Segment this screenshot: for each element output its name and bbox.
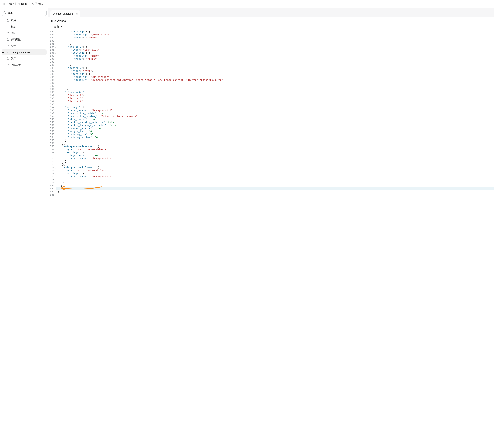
folder-icon xyxy=(6,25,10,28)
tab-bar: settings_data.json × xyxy=(48,10,494,17)
chevron-right-icon xyxy=(3,58,5,59)
code-line[interactable]: "settings": { xyxy=(56,51,494,54)
code-line[interactable]: "color_scheme": "background-1" xyxy=(56,175,494,178)
tree-label: 配置 xyxy=(11,44,45,48)
code-line[interactable]: "color_scheme": "background-1", xyxy=(56,109,494,112)
code-line[interactable]: }, xyxy=(56,87,494,91)
more-icon[interactable] xyxy=(46,2,49,6)
code-line[interactable]: "main-password-footer": { xyxy=(56,166,494,169)
code-line[interactable]: "footer-1": { xyxy=(56,45,494,48)
code-line[interactable]: "color_scheme": "background-1" xyxy=(56,157,494,160)
code-editor[interactable]: 329⌄330331332333334⌄335336⌄3373383393403… xyxy=(48,30,494,448)
code-line[interactable]: }, xyxy=(56,163,494,166)
code-line[interactable]: "block_order": [ xyxy=(56,91,494,94)
code-line[interactable]: "settings": { xyxy=(56,73,494,75)
folder-icon xyxy=(6,57,10,60)
code-line[interactable]: "footer-1", xyxy=(56,97,494,100)
recent-changes-label: 最近的更改 xyxy=(54,19,66,23)
code-line[interactable]: "payment_enable": true, xyxy=(56,127,494,130)
folder-icon xyxy=(6,63,10,66)
code-line[interactable]: } xyxy=(56,187,494,190)
search-input[interactable] xyxy=(1,10,47,16)
code-line[interactable]: "footer-2" xyxy=(56,100,494,103)
chevron-right-icon xyxy=(3,32,5,34)
code-line[interactable]: }, xyxy=(56,142,494,145)
tree-label: 资产 xyxy=(11,57,45,60)
code-line[interactable]: "heading": "Quick links", xyxy=(56,33,494,36)
code-line[interactable]: "settings": { xyxy=(56,172,494,175)
recent-changes-header[interactable]: 最近的更改 xyxy=(51,19,491,23)
code-line[interactable]: } xyxy=(56,60,494,63)
code-line[interactable]: "newsletter_heading": "Subscribe to our … xyxy=(56,115,494,118)
page-title: 编辑 挂机 Demo 主题 的代码 xyxy=(9,2,43,6)
folder-icon xyxy=(6,45,10,48)
code-line[interactable]: } xyxy=(56,39,494,42)
chevron-right-icon xyxy=(3,64,5,66)
sidebar-item-settings-data[interactable]: settings_data.json xyxy=(1,50,47,55)
code-line[interactable]: "subtext": "<p>Share contact information… xyxy=(56,78,494,82)
code-line[interactable]: } xyxy=(56,193,494,196)
tab-label: settings_data.json xyxy=(53,12,73,15)
code-line[interactable]: "show_social": true, xyxy=(56,118,494,121)
changes-dropdown[interactable]: 当前 xyxy=(48,24,494,30)
code-line[interactable]: "settings": { xyxy=(56,151,494,154)
chevron-down-icon xyxy=(3,45,5,47)
code-line[interactable]: } xyxy=(56,139,494,142)
code-line[interactable]: "newsletter_enable": true, xyxy=(56,112,494,115)
code-line[interactable]: "enable_language_selector": false, xyxy=(56,124,494,127)
sidebar-item-assets[interactable]: 资产 xyxy=(1,55,47,62)
code-file-icon xyxy=(7,51,10,54)
sidebar-item-templates[interactable]: 模板 xyxy=(1,24,47,30)
code-line[interactable]: "logo_max_width": 100, xyxy=(56,154,494,157)
tree-label: 分区 xyxy=(11,32,45,35)
code-line[interactable]: } xyxy=(56,184,494,187)
tree-label: 代码片段 xyxy=(11,38,45,41)
folder-icon xyxy=(6,32,10,35)
code-line[interactable]: "type": "text", xyxy=(56,69,494,73)
code-line[interactable]: "menu": "footer" xyxy=(56,36,494,39)
sidebar-item-sections[interactable]: 分区 xyxy=(1,30,47,36)
modified-dot-icon xyxy=(51,20,53,22)
code-line[interactable]: "type": "main-password-header", xyxy=(56,148,494,151)
sidebar: 布局 模板 分区 代码片段 配置 xyxy=(0,8,48,448)
code-line[interactable]: } xyxy=(56,181,494,184)
close-icon[interactable]: × xyxy=(76,12,78,15)
sidebar-item-layout[interactable]: 布局 xyxy=(1,17,47,23)
code-line[interactable]: "padding_top": 36, xyxy=(56,133,494,136)
code-line[interactable]: "main-password-header": { xyxy=(56,145,494,148)
code-line[interactable]: "padding_bottom": 36 xyxy=(56,136,494,139)
editor-panel: settings_data.json × 最近的更改 当前 329⌄330331… xyxy=(48,8,494,448)
code-line[interactable]: "heading": "Info", xyxy=(56,54,494,57)
svg-point-2 xyxy=(48,4,49,4)
code-line[interactable]: "type": "main-password-footer", xyxy=(56,169,494,172)
tab-settings-data[interactable]: settings_data.json × xyxy=(50,10,80,17)
tree-label: settings_data.json xyxy=(11,51,45,54)
search-icon xyxy=(3,11,6,14)
code-line[interactable]: "menu": "footer" xyxy=(56,57,494,60)
code-line[interactable]: "heading": "Our mission", xyxy=(56,75,494,78)
code-line[interactable]: } xyxy=(56,82,494,85)
svg-point-3 xyxy=(4,11,5,13)
code-line[interactable]: "type": "link_list", xyxy=(56,48,494,51)
code-line[interactable]: "settings": { xyxy=(56,106,494,109)
svg-point-1 xyxy=(47,4,48,4)
code-line[interactable]: }, xyxy=(56,63,494,66)
code-line[interactable]: }, xyxy=(56,42,494,45)
code-line[interactable]: } xyxy=(56,178,494,181)
sidebar-item-snippets[interactable]: 代码片段 xyxy=(1,37,47,43)
folder-icon xyxy=(6,19,10,22)
code-line[interactable]: "enable_country_selector": false, xyxy=(56,121,494,124)
sidebar-item-config[interactable]: 配置 xyxy=(1,43,47,49)
code-line[interactable]: "footer-2": { xyxy=(56,66,494,69)
code-line[interactable]: } xyxy=(56,85,494,87)
code-line[interactable]: } xyxy=(56,190,494,193)
code-line[interactable]: ], xyxy=(56,103,494,106)
code-line[interactable]: "settings": { xyxy=(56,30,494,33)
sidebar-item-locales[interactable]: 区域设置 xyxy=(1,62,47,68)
code-content[interactable]: "settings": { "heading": "Quick links", … xyxy=(56,30,494,448)
code-line[interactable]: "margin_top": 48, xyxy=(56,130,494,133)
exit-icon[interactable] xyxy=(3,2,6,6)
code-line[interactable]: "footer-0", xyxy=(56,94,494,97)
tree-label: 模板 xyxy=(11,25,45,28)
code-line[interactable]: } xyxy=(56,160,494,163)
